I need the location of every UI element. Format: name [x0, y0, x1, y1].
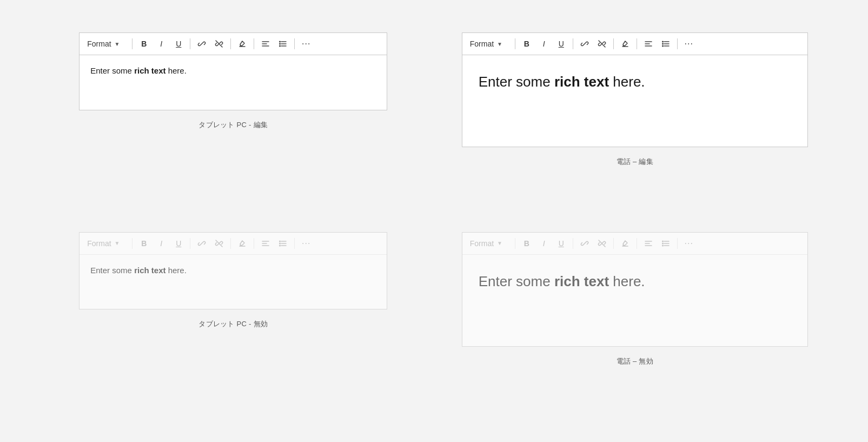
align-left-button-phone-edit[interactable] — [640, 36, 657, 51]
quadrant-phone-disabled: Format ▼ B I U — [434, 221, 836, 421]
divider-4-phone-edit — [677, 38, 678, 49]
svg-point-7 — [280, 43, 281, 44]
unlink-button-tablet-edit[interactable] — [211, 36, 227, 51]
chevron-down-icon-tablet-edit: ▼ — [115, 41, 120, 47]
unlink-button-phone-disabled — [594, 236, 610, 251]
divider-3-phone-edit — [637, 38, 637, 49]
more-icon: ··· — [302, 239, 310, 248]
format-dropdown-phone-edit[interactable]: Format ▼ — [467, 38, 515, 49]
caption-tablet-edit: タブレット PC - 編集 — [198, 120, 268, 130]
divider-2-phone-edit — [613, 38, 614, 49]
link-button-tablet-disabled — [194, 236, 210, 251]
highlight-button-tablet-edit[interactable] — [234, 36, 250, 51]
divider-1-phone-edit — [573, 38, 573, 49]
list-button-phone-disabled — [658, 236, 674, 251]
highlight-icon — [621, 239, 630, 248]
divider-4-tablet-disabled — [294, 238, 295, 249]
content-prefix-phone-edit: Enter some — [479, 74, 554, 90]
svg-point-35 — [662, 245, 663, 246]
content-suffix-tablet-edit: here. — [165, 66, 186, 75]
highlight-icon — [621, 39, 630, 48]
align-left-icon — [261, 239, 270, 248]
italic-button-phone-disabled: I — [536, 236, 552, 251]
align-left-button-phone-disabled — [640, 236, 657, 251]
divider-2-tablet-edit — [230, 38, 231, 49]
content-prefix-tablet-disabled: Enter some — [90, 266, 134, 275]
more-icon: ··· — [685, 239, 693, 248]
quadrant-phone-edit: Format ▼ B I U — [434, 22, 836, 221]
list-icon — [279, 39, 287, 48]
divider-2-phone-disabled — [613, 238, 614, 249]
editor-content-phone-edit[interactable]: Enter some rich text here. — [462, 55, 807, 147]
more-button-phone-disabled: ··· — [681, 236, 697, 251]
content-bold-phone-disabled: rich text — [554, 273, 609, 289]
content-suffix-tablet-disabled: here. — [165, 266, 186, 275]
list-button-tablet-edit[interactable] — [275, 36, 291, 51]
quadrant-tablet-edit: Format ▼ B I U — [32, 22, 434, 221]
align-left-button-tablet-disabled — [257, 236, 274, 251]
align-left-icon — [644, 39, 653, 48]
highlight-button-tablet-disabled — [234, 236, 250, 251]
list-icon — [661, 39, 670, 48]
svg-point-26 — [280, 245, 281, 246]
divider-1-tablet-edit — [190, 38, 190, 49]
divider-1-phone-disabled — [573, 238, 573, 249]
list-button-phone-edit[interactable] — [658, 36, 674, 51]
italic-button-tablet-edit[interactable]: I — [153, 36, 169, 51]
bold-button-phone-disabled: B — [519, 236, 535, 251]
underline-button-tablet-edit[interactable]: U — [170, 36, 187, 51]
format-label-tablet-edit: Format — [87, 39, 111, 48]
format-dropdown-tablet-edit[interactable]: Format ▼ — [84, 38, 132, 49]
unlink-icon — [215, 239, 223, 248]
editor-box-phone-edit: Format ▼ B I U — [462, 32, 808, 147]
svg-point-34 — [662, 243, 663, 244]
svg-point-15 — [662, 41, 663, 42]
highlight-button-phone-edit[interactable] — [617, 36, 633, 51]
editor-content-phone-disabled: Enter some rich text here. — [462, 255, 807, 346]
underline-button-phone-disabled: U — [553, 236, 569, 251]
svg-point-25 — [280, 243, 281, 244]
bold-button-tablet-disabled: B — [136, 236, 152, 251]
link-button-phone-disabled — [577, 236, 593, 251]
align-left-icon — [644, 239, 653, 248]
content-bold-tablet-disabled: rich text — [134, 266, 165, 275]
content-suffix-phone-disabled: here. — [609, 273, 645, 289]
list-icon — [279, 239, 287, 248]
divider-1-tablet-disabled — [190, 238, 190, 249]
bold-button-phone-edit[interactable]: B — [519, 36, 535, 51]
unlink-button-tablet-disabled — [211, 236, 227, 251]
toolbar-phone-disabled: Format ▼ B I U — [462, 233, 807, 255]
list-button-tablet-disabled — [275, 236, 291, 251]
quadrant-tablet-disabled: Format ▼ B I U — [32, 221, 434, 421]
page-container: Format ▼ B I U — [0, 0, 868, 442]
highlight-icon — [238, 239, 247, 248]
format-label-phone-edit: Format — [470, 39, 494, 48]
align-left-icon — [261, 39, 270, 48]
editor-content-tablet-edit[interactable]: Enter some rich text here. — [79, 55, 387, 110]
format-label-phone-disabled: Format — [470, 239, 494, 248]
format-dropdown-tablet-disabled: Format ▼ — [84, 238, 132, 249]
content-prefix-phone-disabled: Enter some — [479, 273, 554, 289]
unlink-icon — [215, 39, 223, 48]
link-button-phone-edit[interactable] — [577, 36, 593, 51]
content-prefix-tablet-edit: Enter some — [90, 66, 134, 75]
bold-button-tablet-edit[interactable]: B — [136, 36, 152, 51]
align-left-button-tablet-edit[interactable] — [257, 36, 274, 51]
divider-3-tablet-disabled — [254, 238, 254, 249]
more-button-phone-edit[interactable]: ··· — [681, 36, 697, 51]
italic-button-phone-edit[interactable]: I — [536, 36, 552, 51]
unlink-icon — [598, 39, 606, 48]
link-button-tablet-edit[interactable] — [194, 36, 210, 51]
svg-point-24 — [280, 241, 281, 242]
content-bold-phone-edit: rich text — [554, 74, 609, 90]
unlink-button-phone-edit[interactable] — [594, 36, 610, 51]
underline-button-phone-edit[interactable]: U — [553, 36, 569, 51]
more-icon: ··· — [685, 39, 693, 49]
svg-point-8 — [280, 45, 281, 47]
editor-box-tablet-edit: Format ▼ B I U — [79, 32, 387, 110]
highlight-icon — [238, 39, 247, 48]
chevron-down-icon-tablet-disabled: ▼ — [115, 240, 120, 246]
divider-2-tablet-disabled — [230, 238, 231, 249]
divider-3-tablet-edit — [254, 38, 254, 49]
more-button-tablet-edit[interactable]: ··· — [298, 36, 314, 51]
